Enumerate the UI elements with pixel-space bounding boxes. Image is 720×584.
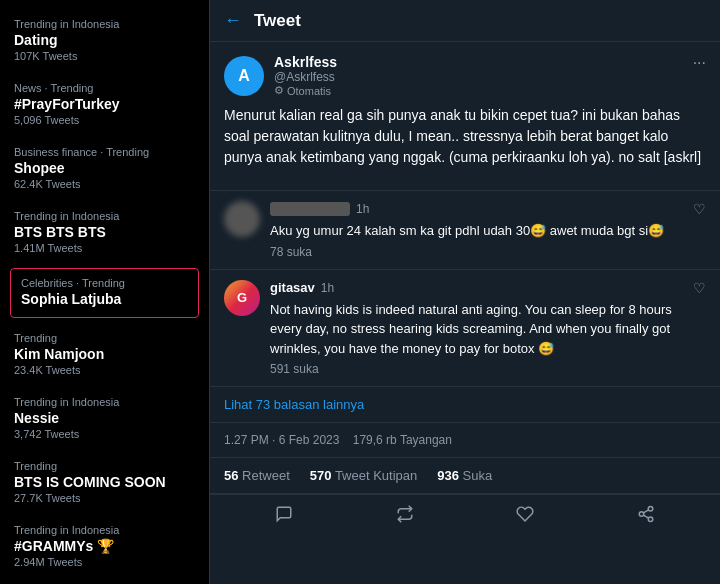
trend-title: BTS BTS BTS: [14, 224, 195, 240]
retweet-button[interactable]: [396, 505, 414, 523]
trend-title: Sophia Latjuba: [21, 291, 188, 307]
trend-item-3[interactable]: Trending in Indonesia BTS BTS BTS 1.41M …: [0, 200, 209, 264]
trend-item-8[interactable]: Trending in Indonesia #GRAMMYs 🏆 2.94M T…: [0, 514, 209, 578]
svg-line-3: [643, 515, 648, 518]
reply-time: 1h: [356, 202, 369, 216]
trend-category: Trending: [14, 332, 195, 344]
reply-avatar: [224, 201, 260, 237]
like-stat: 936 Suka: [437, 468, 492, 483]
trend-title: BTS IS COMING SOON: [14, 474, 195, 490]
tweet-body: A Askrlfess @Askrlfess ⚙ Otomatis ··· Me…: [210, 42, 720, 584]
trend-category: Trending in Indonesia: [14, 524, 195, 536]
trend-item-7[interactable]: Trending BTS IS COMING SOON 27.7K Tweets: [0, 450, 209, 514]
reply-text: Aku yg umur 24 kalah sm ka git pdhl udah…: [270, 221, 706, 241]
trend-category: Business finance · Trending: [14, 146, 195, 158]
main-tweet: A Askrlfess @Askrlfess ⚙ Otomatis ··· Me…: [210, 42, 720, 191]
trend-item-1[interactable]: News · Trending #PrayForTurkey 5,096 Twe…: [0, 72, 209, 136]
author-avatar: A: [224, 56, 264, 96]
reply-item-0: 1h ♡ Aku yg umur 24 kalah sm ka git pdhl…: [210, 191, 720, 270]
more-options-button[interactable]: ···: [693, 54, 706, 72]
tweet-views: 179,6 rb Tayangan: [353, 433, 452, 447]
tweet-time: 1.27 PM · 6 Feb 2023: [224, 433, 339, 447]
tweet-meta: 1.27 PM · 6 Feb 2023 179,6 rb Tayangan: [210, 423, 720, 458]
reply-content: 1h ♡ Aku yg umur 24 kalah sm ka git pdhl…: [270, 201, 706, 259]
tweet-panel-title: Tweet: [254, 11, 301, 31]
reply-time: 1h: [321, 281, 334, 295]
see-more-replies-button[interactable]: Lihat 73 balasan lainnya: [210, 387, 720, 423]
tweet-actions: [210, 494, 720, 533]
tweet-detail-panel: ← Tweet A Askrlfess @Askrlfess ⚙ Otomati…: [210, 0, 720, 584]
trend-count: 27.7K Tweets: [14, 492, 195, 504]
trend-count: 5,096 Tweets: [14, 114, 195, 126]
reply-avatar: G: [224, 280, 260, 316]
trend-title: #PrayForTurkey: [14, 96, 195, 112]
tweet-stats: 56 Retweet 570 Tweet Kutipan 936 Suka: [210, 458, 720, 494]
tweet-text: Menurut kalian real ga sih punya anak tu…: [224, 105, 706, 168]
trend-category: Trending in Indonesia: [14, 18, 195, 30]
reply-item-1: G gitasav 1h ♡ Not having kids is indeed…: [210, 270, 720, 388]
retweet-stat: 56 Retweet: [224, 468, 290, 483]
trend-count: 23.4K Tweets: [14, 364, 195, 376]
trend-item-5[interactable]: Trending Kim Namjoon 23.4K Tweets: [0, 322, 209, 386]
trend-category: Trending in Indonesia: [14, 210, 195, 222]
trend-count: 62.4K Tweets: [14, 178, 195, 190]
trend-count: 107K Tweets: [14, 50, 195, 62]
reply-likes: 591 suka: [270, 362, 706, 376]
author-name: Askrlfess: [274, 54, 337, 70]
svg-point-1: [639, 512, 644, 517]
reply-heart-button[interactable]: ♡: [693, 201, 706, 217]
trend-category: Celebrities · Trending: [21, 277, 188, 289]
trend-title: Kim Namjoon: [14, 346, 195, 362]
reply-content: gitasav 1h ♡ Not having kids is indeed n…: [270, 280, 706, 377]
trend-item-6[interactable]: Trending in Indonesia Nessie 3,742 Tweet…: [0, 386, 209, 450]
trending-sidebar: Trending in Indonesia Dating 107K Tweets…: [0, 0, 210, 584]
share-button[interactable]: [637, 505, 655, 523]
tweet-header: ← Tweet: [210, 0, 720, 42]
trend-title: Nessie: [14, 410, 195, 426]
trend-category: News · Trending: [14, 82, 195, 94]
trend-count: 2.94M Tweets: [14, 556, 195, 568]
reply-text: Not having kids is indeed natural anti a…: [270, 300, 706, 359]
reply-name: gitasav: [270, 280, 315, 295]
author-badge: ⚙ Otomatis: [274, 84, 337, 97]
svg-point-2: [648, 517, 653, 522]
trend-item-4[interactable]: Celebrities · Trending Sophia Latjuba: [10, 268, 199, 318]
reply-likes: 78 suka: [270, 245, 706, 259]
trend-category: Trending: [14, 460, 195, 472]
like-button[interactable]: [516, 505, 534, 523]
trend-item-0[interactable]: Trending in Indonesia Dating 107K Tweets: [0, 8, 209, 72]
back-button[interactable]: ←: [224, 10, 242, 31]
trend-title: Dating: [14, 32, 195, 48]
reply-name: [270, 202, 350, 216]
quote-stat: 570 Tweet Kutipan: [310, 468, 417, 483]
trend-item-2[interactable]: Business finance · Trending Shopee 62.4K…: [0, 136, 209, 200]
svg-point-0: [648, 507, 653, 512]
comment-button[interactable]: [275, 505, 293, 523]
author-handle: @Askrlfess: [274, 70, 337, 84]
trend-title: Shopee: [14, 160, 195, 176]
trend-title: #GRAMMYs 🏆: [14, 538, 195, 554]
trend-count: 1.41M Tweets: [14, 242, 195, 254]
reply-heart-button[interactable]: ♡: [693, 280, 706, 296]
trend-count: 3,742 Tweets: [14, 428, 195, 440]
trend-category: Trending in Indonesia: [14, 396, 195, 408]
svg-line-4: [643, 510, 648, 513]
